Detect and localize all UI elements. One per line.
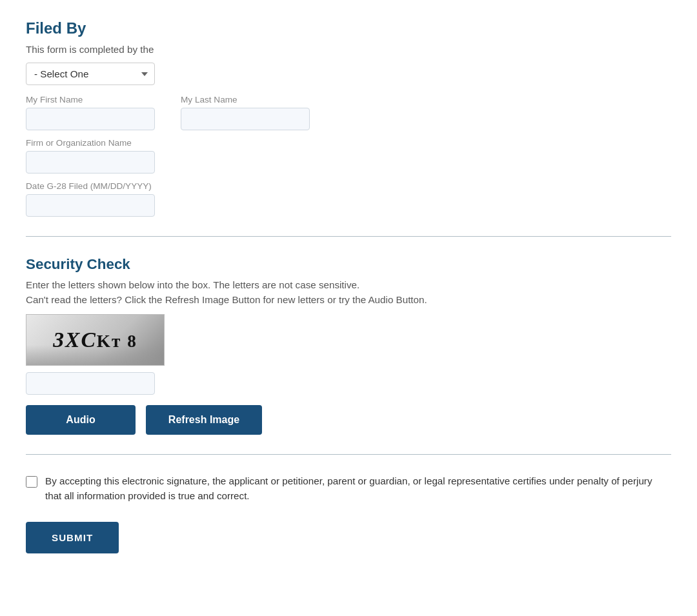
captcha-text: 3XCKт 8 <box>53 328 137 352</box>
firm-group: Firm or Organization Name <box>26 138 671 174</box>
refresh-image-button[interactable]: Refresh Image <box>146 405 262 435</box>
audio-button[interactable]: Audio <box>26 405 136 435</box>
captcha-image: 3XCKт 8 <box>26 314 165 366</box>
first-name-group: My First Name <box>26 95 155 130</box>
captcha-buttons: Audio Refresh Image <box>26 405 671 435</box>
last-name-label: My Last Name <box>181 95 310 104</box>
security-instruction-2: Can't read the letters? Click the Refres… <box>26 294 671 305</box>
filed-by-subtitle: This form is completed by the <box>26 44 671 55</box>
security-instruction-1: Enter the letters shown below into the b… <box>26 279 671 290</box>
last-name-group: My Last Name <box>181 95 310 130</box>
signature-text: By accepting this electronic signature, … <box>45 474 671 504</box>
filed-by-section: Filed By This form is completed by the -… <box>26 19 671 217</box>
firm-group-wrapper: Firm or Organization Name <box>26 138 671 174</box>
date-label: Date G-28 Filed (MM/DD/YYYY) <box>26 181 671 191</box>
filed-by-select[interactable]: - Select One Applicant/Petitioner Attorn… <box>26 63 155 85</box>
captcha-input[interactable] <box>26 372 155 395</box>
submit-button[interactable]: SUBMIT <box>26 522 119 553</box>
first-name-input[interactable] <box>26 108 155 130</box>
date-group-wrapper: Date G-28 Filed (MM/DD/YYYY) <box>26 181 671 217</box>
firm-input[interactable] <box>26 151 155 174</box>
security-check-title: Security Check <box>26 256 671 273</box>
name-row: My First Name My Last Name <box>26 95 671 130</box>
signature-section: By accepting this electronic signature, … <box>26 474 671 504</box>
date-input[interactable] <box>26 194 155 217</box>
divider-1 <box>26 236 671 237</box>
signature-checkbox[interactable] <box>26 476 37 488</box>
filed-by-title: Filed By <box>26 19 671 37</box>
first-name-label: My First Name <box>26 95 155 104</box>
last-name-input[interactable] <box>181 108 310 130</box>
date-group: Date G-28 Filed (MM/DD/YYYY) <box>26 181 671 217</box>
divider-2 <box>26 454 671 455</box>
filed-by-select-wrapper: - Select One Applicant/Petitioner Attorn… <box>26 63 671 85</box>
security-check-section: Security Check Enter the letters shown b… <box>26 256 671 435</box>
firm-label: Firm or Organization Name <box>26 138 671 148</box>
